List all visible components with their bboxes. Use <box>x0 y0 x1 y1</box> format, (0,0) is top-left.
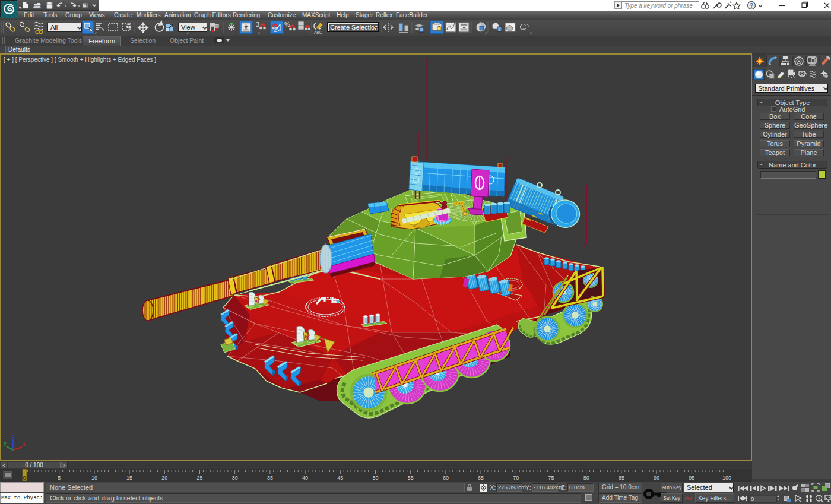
svg-text:%: % <box>284 21 290 28</box>
svg-text:95: 95 <box>689 475 694 481</box>
svg-text:30: 30 <box>232 475 238 481</box>
svg-text:70: 70 <box>513 475 519 481</box>
svg-text:10: 10 <box>91 475 97 481</box>
svg-text:z: z <box>11 433 14 439</box>
svg-text:0: 0 <box>23 475 26 481</box>
svg-text:80: 80 <box>583 475 589 481</box>
svg-text:60: 60 <box>443 475 449 481</box>
svg-text:75: 75 <box>548 475 554 481</box>
svg-text:65: 65 <box>478 475 484 481</box>
svg-text:25: 25 <box>196 475 202 481</box>
svg-text:x: x <box>23 441 26 447</box>
svg-text:35: 35 <box>267 475 273 481</box>
svg-text:85: 85 <box>619 475 624 481</box>
svg-text:55: 55 <box>408 475 414 481</box>
svg-text:90: 90 <box>654 475 659 481</box>
svg-text:50: 50 <box>372 475 378 481</box>
svg-text:20: 20 <box>161 475 167 481</box>
svg-text:5: 5 <box>58 475 61 481</box>
svg-text:0: 0 <box>751 496 754 502</box>
svg-text:3: 3 <box>256 21 259 28</box>
svg-text:y: y <box>4 440 7 446</box>
svg-text:45: 45 <box>337 475 343 481</box>
svg-text:15: 15 <box>126 475 132 481</box>
svg-text:100: 100 <box>722 475 731 481</box>
svg-text:40: 40 <box>302 475 308 481</box>
svg-text:?: ? <box>750 2 753 9</box>
svg-text:ABC: ABC <box>314 30 322 34</box>
